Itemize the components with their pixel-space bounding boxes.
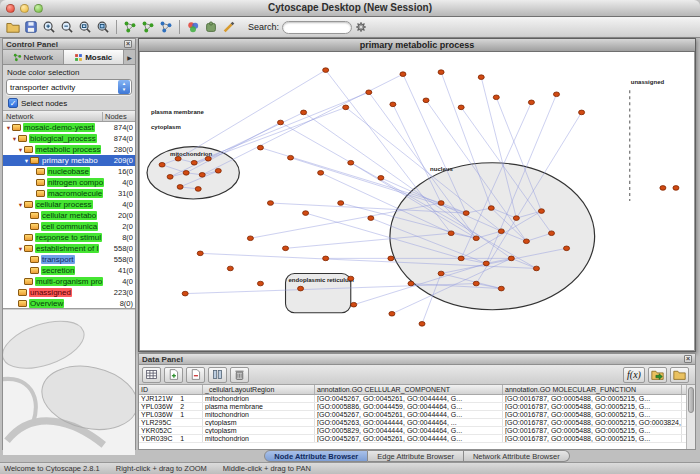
network-node[interactable] bbox=[513, 216, 519, 221]
tree-row-cellular-metabo[interactable]: cellular metabo20(0 bbox=[3, 210, 135, 221]
network-node[interactable] bbox=[378, 176, 384, 181]
network-node[interactable] bbox=[483, 261, 489, 266]
network-node[interactable] bbox=[528, 100, 534, 105]
search-input[interactable] bbox=[282, 21, 352, 34]
open-session-icon[interactable] bbox=[4, 19, 22, 36]
network-canvas-svg[interactable]: mitochondrionnucleusendoplasmic reticulu… bbox=[140, 52, 694, 350]
tree-row-unassigned[interactable]: unassigned223(0 bbox=[3, 287, 135, 298]
network-node[interactable] bbox=[390, 102, 396, 107]
network-node[interactable] bbox=[303, 211, 309, 216]
expand-arrow-icon[interactable]: ▼ bbox=[17, 202, 24, 208]
vizmapper-icon[interactable] bbox=[184, 19, 202, 36]
network-node[interactable] bbox=[351, 302, 357, 307]
network-node[interactable] bbox=[564, 246, 570, 251]
network-node[interactable] bbox=[673, 186, 679, 191]
select-attributes-icon[interactable] bbox=[142, 367, 161, 383]
column-header-annotation-go-cellular-component[interactable]: annotation.GO CELLULAR_COMPONENT bbox=[315, 385, 503, 394]
unhide-all-icon[interactable] bbox=[139, 19, 157, 36]
expand-arrow-icon[interactable]: ▼ bbox=[5, 125, 12, 131]
match-attributes-icon[interactable] bbox=[208, 367, 227, 383]
network-node[interactable] bbox=[159, 162, 165, 167]
table-row-ypl036w-1[interactable]: YPL036W__1mitochondrion[GO:0045267, GO:0… bbox=[139, 411, 695, 419]
table-row-ypl036w-2[interactable]: YPL036W__2plasma membrane[GO:0005886, GO… bbox=[139, 403, 695, 411]
select-nodes-option[interactable]: ✓ Select nodes bbox=[8, 98, 132, 108]
network-node[interactable] bbox=[191, 160, 197, 165]
clear-attribute-icon[interactable] bbox=[230, 367, 249, 383]
tree-row-metabolic-process[interactable]: ▼metabolic process280(0 bbox=[3, 144, 135, 155]
tree-row-secretion[interactable]: secretion41(0 bbox=[3, 265, 135, 276]
network-node[interactable] bbox=[548, 231, 554, 236]
tree-row-nitrogen-compo[interactable]: nitrogen compo4(0 bbox=[3, 177, 135, 188]
annotations-icon[interactable] bbox=[220, 19, 238, 36]
network-node[interactable] bbox=[343, 105, 349, 110]
network-node[interactable] bbox=[660, 186, 666, 191]
tree-row-overview[interactable]: Overview8(0) bbox=[3, 298, 135, 309]
tree-column-network[interactable]: Network bbox=[3, 112, 103, 121]
expand-arrow-icon[interactable]: ▼ bbox=[23, 158, 30, 164]
delete-attribute-icon[interactable] bbox=[186, 367, 205, 383]
birdseye-view[interactable] bbox=[3, 309, 135, 455]
import-attributes-icon[interactable] bbox=[648, 367, 667, 383]
tree-row-macromolecule[interactable]: macromolecule31(0 bbox=[3, 188, 135, 199]
network-node[interactable] bbox=[197, 251, 203, 256]
network-node[interactable] bbox=[182, 291, 188, 296]
table-row-ydr039c-1[interactable]: YDR039C__1mitochondrion[GO:0045267, GO:0… bbox=[139, 435, 695, 443]
network-node[interactable] bbox=[473, 281, 479, 286]
zoom-fit-network-icon[interactable] bbox=[94, 19, 112, 36]
network-node[interactable] bbox=[338, 201, 344, 206]
network-node[interactable] bbox=[438, 271, 444, 276]
network-node[interactable] bbox=[388, 256, 394, 261]
tab-overflow-arrow-icon[interactable]: ▶ bbox=[124, 50, 135, 64]
network-node[interactable] bbox=[438, 70, 444, 75]
network-node[interactable] bbox=[318, 170, 324, 175]
zoom-selected-region-icon[interactable] bbox=[76, 19, 94, 36]
network-node[interactable] bbox=[257, 281, 263, 286]
tab-edge-attribute-browser[interactable]: Edge Attribute Browser bbox=[368, 450, 464, 462]
table-row-ylr295c[interactable]: YLR295Ccytoplasm[GO:0045263, GO:0044444,… bbox=[139, 419, 695, 427]
close-icon[interactable]: × bbox=[684, 355, 692, 363]
color-attribute-select[interactable]: transporter activity ▲▼ bbox=[6, 79, 132, 95]
search-options-icon[interactable] bbox=[352, 19, 370, 36]
tree-row-transport[interactable]: transport558(0 bbox=[3, 254, 135, 265]
network-node[interactable] bbox=[277, 120, 283, 125]
tab-mosaic[interactable]: Mosaic bbox=[64, 50, 125, 64]
save-session-icon[interactable] bbox=[22, 19, 40, 36]
network-node[interactable] bbox=[205, 156, 211, 161]
tree-row-primary-metabo[interactable]: ▼primary metabo209(0 bbox=[3, 155, 135, 166]
new-network-from-selection-icon[interactable] bbox=[157, 19, 175, 36]
network-node[interactable] bbox=[458, 256, 464, 261]
zoom-out-icon[interactable] bbox=[58, 19, 76, 36]
network-node[interactable] bbox=[400, 72, 406, 77]
network-edge[interactable] bbox=[260, 148, 441, 203]
network-node[interactable] bbox=[348, 160, 354, 165]
network-node[interactable] bbox=[288, 155, 294, 160]
network-node[interactable] bbox=[267, 201, 273, 206]
network-node[interactable] bbox=[283, 246, 289, 251]
network-node[interactable] bbox=[579, 110, 585, 115]
tree-column-nodes[interactable]: Nodes bbox=[103, 112, 135, 121]
tree-row-multi-organism-pro[interactable]: multi-organism pro4(0 bbox=[3, 276, 135, 287]
network-edge[interactable] bbox=[208, 107, 345, 158]
network-node[interactable] bbox=[488, 206, 494, 211]
tree-row-establishment-of-l[interactable]: ▼establishment of l558(0 bbox=[3, 243, 135, 254]
table-scrollbar[interactable] bbox=[686, 385, 695, 449]
network-node[interactable] bbox=[498, 286, 504, 291]
network-node[interactable] bbox=[215, 168, 221, 173]
network-node[interactable] bbox=[533, 266, 539, 271]
tree-row-cellular-process[interactable]: ▼cellular process4(0 bbox=[3, 199, 135, 210]
network-node[interactable] bbox=[167, 175, 173, 180]
network-node[interactable] bbox=[463, 211, 469, 216]
network-node[interactable] bbox=[175, 156, 181, 161]
network-node[interactable] bbox=[473, 236, 479, 241]
expand-arrow-icon[interactable]: ▼ bbox=[17, 246, 24, 252]
tree-row-response-to-stimul[interactable]: response to stimul8(0 bbox=[3, 232, 135, 243]
column-header-cellularlayoutregion[interactable]: _cellularLayoutRegion bbox=[203, 385, 315, 394]
network-node[interactable] bbox=[323, 256, 329, 261]
column-header-annotation-go-molecular-function[interactable]: annotation.GO MOLECULAR_FUNCTION bbox=[503, 385, 682, 394]
tab-node-attribute-browser[interactable]: Node Attribute Browser bbox=[264, 450, 368, 462]
network-node[interactable] bbox=[348, 276, 354, 281]
expand-arrow-icon[interactable]: ▼ bbox=[11, 136, 18, 142]
tab-network-attribute-browser[interactable]: Network Attribute Browser bbox=[464, 450, 570, 462]
network-node[interactable] bbox=[195, 187, 201, 192]
network-node[interactable] bbox=[478, 75, 484, 80]
